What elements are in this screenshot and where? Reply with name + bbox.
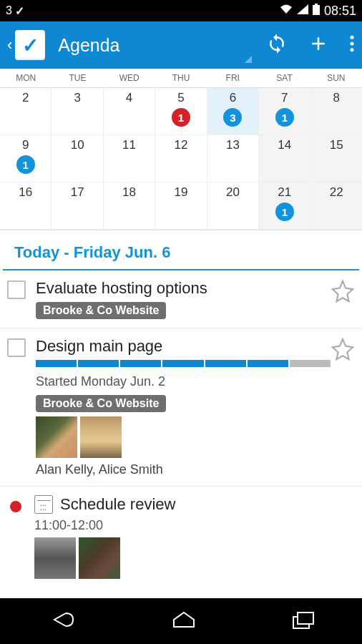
nav-recent-icon[interactable] [290, 610, 316, 633]
calendar-day-header: FRI [207, 69, 258, 87]
today-header: Today - Friday Jun. 6 [3, 230, 359, 270]
nav-back-icon[interactable] [46, 609, 77, 633]
calendar-date: 4 [107, 91, 152, 105]
calendar-badge: 1 [172, 108, 190, 127]
calendar-day-header: MON [0, 69, 52, 87]
task-item[interactable]: •••••• Schedule review 11:00-12:00 [0, 487, 362, 592]
calendar-cell[interactable]: 16 [0, 182, 52, 230]
svg-point-4 [351, 48, 354, 52]
calendar-date: 2 [3, 91, 48, 105]
progress-segment [248, 360, 288, 367]
battery-icon [313, 4, 320, 18]
svg-point-3 [351, 42, 354, 46]
progress-segment [78, 360, 119, 367]
calendar-date: 5 [158, 91, 203, 105]
app-bar: ‹ ✓ Agenda [0, 21, 362, 69]
calendar-date: 22 [314, 185, 359, 200]
nav-home-icon[interactable] [170, 610, 198, 633]
task-tag[interactable]: Brooke & Co Website [36, 395, 166, 412]
calendar-day-header: WED [104, 69, 155, 87]
svg-rect-0 [313, 5, 320, 15]
calendar-date: 20 [210, 185, 255, 200]
avatar-row [36, 416, 331, 458]
calendar-cell[interactable]: 14 [259, 135, 310, 182]
back-icon[interactable]: ‹ [7, 36, 12, 54]
task-tag[interactable]: Brooke & Co Website [36, 302, 166, 319]
star-icon[interactable] [331, 337, 355, 361]
avatar[interactable] [79, 537, 120, 579]
calendar-day-header: THU [155, 69, 207, 87]
task-item[interactable]: Evaluate hosting options Brooke & Co Web… [0, 270, 362, 328]
task-title: Evaluate hosting options [36, 279, 331, 298]
progress-bar [36, 360, 331, 367]
clock: 08:51 [324, 4, 356, 19]
calendar: MONTUEWEDTHUFRISATSUN 234516371891101112… [0, 69, 362, 230]
star-icon[interactable] [331, 279, 355, 303]
calendar-date: 14 [262, 138, 307, 152]
calendar-icon: •••••• [34, 495, 53, 514]
calendar-date: 9 [3, 138, 48, 152]
app-icon[interactable]: ✓ [15, 30, 45, 60]
overflow-menu-icon[interactable] [349, 33, 355, 57]
refresh-icon[interactable] [266, 33, 288, 57]
calendar-cell[interactable]: 15 [311, 135, 362, 182]
calendar-cell[interactable]: 91 [0, 135, 52, 182]
svg-point-2 [351, 36, 354, 39]
calendar-cell[interactable]: 63 [207, 88, 259, 135]
event-time: 11:00-12:00 [34, 518, 355, 533]
task-item[interactable]: Design main page Started Monday Jun. 2 B… [0, 328, 362, 487]
nav-bar [0, 598, 362, 644]
svg-rect-6 [298, 613, 313, 624]
calendar-date: 17 [54, 185, 99, 200]
calendar-cell[interactable]: 12 [155, 135, 207, 182]
calendar-date: 15 [314, 138, 359, 152]
calendar-cell[interactable]: 13 [207, 135, 259, 182]
content-area: MONTUEWEDTHUFRISATSUN 234516371891101112… [0, 69, 362, 598]
wifi-icon [280, 4, 293, 17]
view-title[interactable]: Agenda [58, 35, 266, 56]
calendar-cell[interactable]: 11 [104, 135, 155, 182]
progress-segment [205, 360, 246, 367]
calendar-cell[interactable]: 71 [259, 88, 310, 135]
calendar-cell[interactable]: 18 [104, 182, 155, 230]
calendar-cell[interactable]: 8 [311, 88, 362, 135]
progress-segment [290, 360, 331, 367]
avatar[interactable] [36, 416, 77, 458]
calendar-cell[interactable]: 51 [155, 88, 207, 135]
calendar-cell[interactable]: 22 [311, 182, 362, 230]
svg-rect-1 [315, 4, 318, 5]
dropdown-icon[interactable] [245, 56, 252, 63]
signal-icon [297, 4, 308, 17]
calendar-date: 11 [107, 138, 152, 152]
calendar-cell[interactable]: 10 [52, 135, 103, 182]
avatar[interactable] [80, 416, 122, 458]
calendar-date: 8 [314, 91, 359, 105]
calendar-day-header: SUN [310, 69, 362, 87]
calendar-date: 12 [158, 138, 203, 152]
checkmark-icon: ✓ [22, 34, 39, 57]
avatar[interactable] [34, 537, 76, 579]
task-checkbox[interactable] [7, 280, 26, 299]
calendar-badge: 1 [275, 203, 294, 221]
task-title: Design main page [36, 337, 331, 356]
calendar-date: 21 [262, 185, 307, 200]
status-bar: 3 ✓ 08:51 [0, 0, 362, 21]
calendar-cell[interactable]: 17 [52, 182, 103, 230]
event-dot-icon [10, 501, 21, 512]
avatar-row [34, 537, 355, 579]
calendar-header-row: MONTUEWEDTHUFRISATSUN [0, 69, 362, 88]
calendar-cell[interactable]: 19 [155, 182, 207, 230]
calendar-cell[interactable]: 20 [207, 182, 259, 230]
task-checkbox[interactable] [7, 338, 26, 357]
task-title: Schedule review [60, 495, 175, 514]
check-icon: ✓ [15, 4, 24, 18]
calendar-cell[interactable]: 211 [259, 182, 310, 230]
calendar-badge: 1 [16, 155, 35, 174]
calendar-cell[interactable]: 3 [52, 88, 103, 135]
calendar-date: 19 [158, 185, 203, 200]
calendar-day-header: SAT [258, 69, 310, 87]
calendar-cell[interactable]: 4 [104, 88, 155, 135]
add-icon[interactable] [308, 33, 329, 57]
calendar-date: 10 [54, 138, 99, 152]
calendar-cell[interactable]: 2 [0, 88, 52, 135]
